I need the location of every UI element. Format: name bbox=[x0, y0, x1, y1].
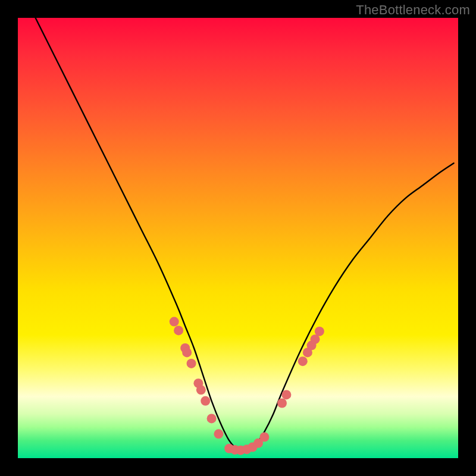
data-marker bbox=[259, 432, 269, 441]
data-marker bbox=[182, 347, 192, 357]
data-marker bbox=[281, 390, 291, 399]
data-markers bbox=[170, 317, 324, 455]
chart-frame: TheBottleneck.com bbox=[0, 0, 476, 476]
data-marker bbox=[277, 399, 287, 408]
data-marker bbox=[298, 356, 308, 366]
data-marker bbox=[315, 327, 324, 336]
plot-area bbox=[18, 18, 458, 458]
watermark-text: TheBottleneck.com bbox=[356, 2, 470, 18]
data-marker bbox=[214, 429, 223, 439]
data-marker bbox=[196, 385, 206, 394]
data-marker bbox=[207, 414, 217, 423]
bottleneck-curve bbox=[36, 18, 454, 450]
data-marker bbox=[170, 317, 179, 327]
data-marker bbox=[174, 325, 183, 335]
plot-svg bbox=[18, 18, 458, 458]
data-marker bbox=[187, 359, 196, 368]
data-marker bbox=[201, 396, 210, 406]
